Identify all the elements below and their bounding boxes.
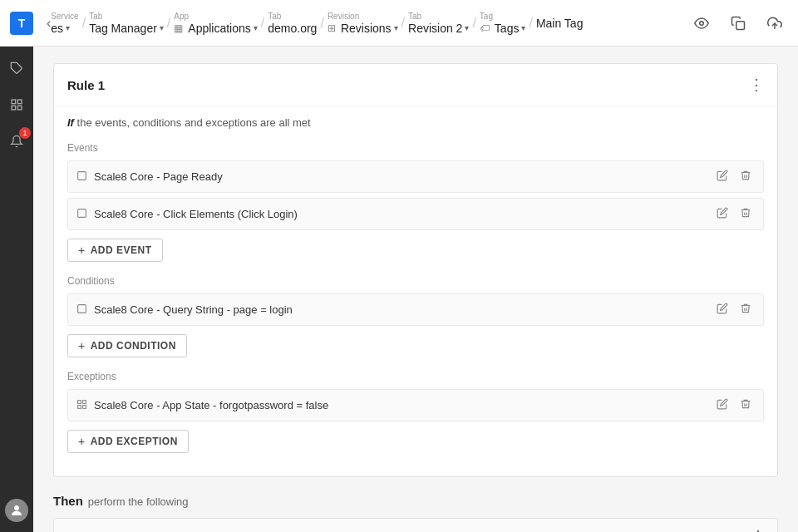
svg-rect-6 <box>17 106 22 110</box>
trash-icon <box>740 398 751 410</box>
condition-delete-button-1[interactable] <box>736 301 755 318</box>
sidebar-icon-puzzle[interactable] <box>5 57 28 80</box>
event-edit-button-2[interactable] <box>713 205 732 223</box>
svg-rect-5 <box>17 100 22 104</box>
breadcrumb-sep-5: / <box>401 16 405 31</box>
add-event-label: ADD EVENT <box>91 244 152 256</box>
add-event-button[interactable]: + ADD EVENT <box>67 239 163 262</box>
chevron-down-icon: ▾ <box>254 23 258 32</box>
svg-rect-1 <box>736 21 745 29</box>
exceptions-section: Exceptions Scale8 Core - App State - for… <box>67 371 764 453</box>
app-icon: ▦ <box>174 22 183 34</box>
svg-rect-11 <box>78 304 86 313</box>
sidebar-icon-grid[interactable] <box>5 93 28 116</box>
edit-icon <box>717 398 728 410</box>
exception-edit-button-1[interactable] <box>713 397 732 414</box>
notification-badge: 1 <box>19 127 31 139</box>
add-condition-button[interactable]: + ADD CONDITION <box>67 334 187 357</box>
then-subtext: perform the following <box>88 495 189 508</box>
breadcrumb-item-tags[interactable]: 🏷 Tags ▾ <box>480 22 526 35</box>
preview-button[interactable] <box>688 10 715 37</box>
event-delete-button-1[interactable] <box>736 168 755 185</box>
svg-rect-7 <box>12 106 16 110</box>
breadcrumb-section-revisions: Revision ⊞ Revisions ▾ <box>328 12 398 35</box>
breadcrumb-section-tags: Tag 🏷 Tags ▾ <box>480 12 526 35</box>
chevron-down-icon: ▾ <box>465 23 469 32</box>
copy-button[interactable] <box>725 10 751 37</box>
breadcrumb-section-demoorg: Tab demo.org <box>268 12 317 35</box>
logo-icon[interactable]: T <box>10 12 33 35</box>
event-edit-button-1[interactable] <box>713 168 732 185</box>
breadcrumb-sep-6: / <box>472 16 475 31</box>
user-avatar[interactable] <box>5 499 28 522</box>
breadcrumb: Service es ▾ / Tab Tag Manager ▾ / App ▦… <box>51 12 688 35</box>
sidebar-icon-bell[interactable]: 1 <box>5 130 28 153</box>
svg-rect-12 <box>78 400 81 403</box>
condition-edit-button-1[interactable] <box>713 301 732 318</box>
then-keyword: Then <box>53 494 83 508</box>
event-icon-2 <box>76 208 87 221</box>
event-actions-2 <box>713 205 755 223</box>
condition-row-1: Scale8 Core - Query String - page = logi… <box>67 293 764 326</box>
action-group-card: Action Group Distribution 1 ⋮ Actions Sc… <box>53 518 778 532</box>
eye-icon <box>694 16 709 31</box>
exception-text-1: Scale8 Core - App State - forgotpassword… <box>94 399 707 411</box>
breadcrumb-section-applications: App ▦ Applications ▾ <box>174 12 258 35</box>
rule-menu-button[interactable]: ⋮ <box>749 76 764 94</box>
trash-icon <box>740 170 751 181</box>
breadcrumb-type-revisions: Revision <box>328 12 359 21</box>
event-text-1: Scale8 Core - Page Ready <box>94 170 707 183</box>
edit-icon <box>717 170 728 181</box>
rule-card: Rule 1 ⋮ If the events, conditions and e… <box>53 63 778 477</box>
upload-button[interactable] <box>761 10 788 37</box>
rule-header: Rule 1 ⋮ <box>54 64 777 106</box>
events-label: Events <box>67 142 764 154</box>
breadcrumb-type-revision2: Tab <box>408 12 421 21</box>
breadcrumb-item-es[interactable]: es ▾ <box>51 22 70 35</box>
nav-right <box>688 10 788 37</box>
upload-icon <box>767 16 782 31</box>
breadcrumb-item-maintag[interactable]: Main Tag <box>536 17 584 30</box>
breadcrumb-item-applications[interactable]: ▦ Applications ▾ <box>174 22 258 35</box>
event-row-2: Scale8 Core - Click Elements (Click Logi… <box>67 198 764 230</box>
exception-icon-1 <box>76 399 87 412</box>
plus-icon: + <box>78 339 86 352</box>
breadcrumb-sep-7: / <box>529 16 532 31</box>
chevron-down-icon: ▾ <box>160 23 164 32</box>
conditions-section: Conditions Scale8 Core - Query String - … <box>67 275 764 357</box>
exception-actions-1 <box>713 397 755 414</box>
grid-icon <box>10 98 23 111</box>
breadcrumb-item-revisions[interactable]: ⊞ Revisions ▾ <box>328 22 398 35</box>
breadcrumb-item-tagmanager[interactable]: Tag Manager ▾ <box>89 22 164 35</box>
breadcrumb-section-tagmanager: Tab Tag Manager ▾ <box>89 12 164 35</box>
revisions-icon: ⊞ <box>328 22 336 34</box>
svg-point-0 <box>700 21 704 25</box>
breadcrumb-item-demoorg[interactable]: demo.org <box>268 22 317 35</box>
action-group-header: Action Group Distribution 1 ⋮ <box>54 519 777 532</box>
events-section: Events Scale8 Core - Page Ready <box>67 142 764 262</box>
top-nav: T ‹ Service es ▾ / Tab Tag Manager ▾ / A… <box>0 0 798 47</box>
puzzle-icon <box>10 62 23 75</box>
rule-body: If the events, conditions and exceptions… <box>54 106 777 476</box>
event-actions-1 <box>713 168 755 185</box>
avatar-icon <box>9 503 24 518</box>
event-delete-button-2[interactable] <box>736 205 755 223</box>
breadcrumb-type-applications: App <box>174 12 189 21</box>
rule-condition-text: If the events, conditions and exceptions… <box>67 116 764 129</box>
if-keyword: If <box>67 116 74 129</box>
add-condition-label: ADD CONDITION <box>91 340 176 352</box>
add-exception-button[interactable]: + ADD EXCEPTION <box>67 430 189 453</box>
plus-icon: + <box>78 435 86 448</box>
svg-rect-15 <box>78 405 81 408</box>
action-group-menu-button[interactable]: ⋮ <box>751 527 766 532</box>
breadcrumb-item-revision2[interactable]: Revision 2 ▾ <box>408 22 469 35</box>
breadcrumb-type-demoorg: Tab <box>268 12 281 21</box>
event-icon-1 <box>76 170 87 184</box>
content-area: Rule 1 ⋮ If the events, conditions and e… <box>33 47 798 532</box>
event-row-1: Scale8 Core - Page Ready <box>67 160 764 193</box>
svg-rect-9 <box>78 171 86 180</box>
exception-delete-button-1[interactable] <box>736 397 755 414</box>
svg-rect-10 <box>78 209 86 217</box>
chevron-down-icon: ▾ <box>394 23 398 32</box>
tag-icon: 🏷 <box>480 22 490 34</box>
